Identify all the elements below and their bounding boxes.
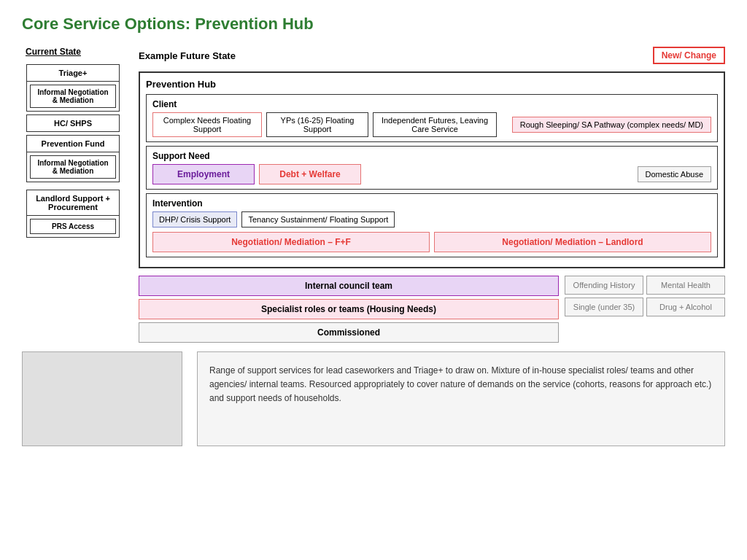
page-title: Core Service Options: Prevention Hub bbox=[22, 15, 725, 34]
new-change-badge: New/ Change bbox=[653, 47, 725, 64]
internal-council-box: Internal council team bbox=[139, 276, 559, 296]
landlord-inner: PRS Access bbox=[27, 216, 119, 237]
prevention-fund-group: Prevention Fund Informal Negotiation & M… bbox=[26, 135, 120, 182]
intervention-section: Intervention DHP/ Crisis Support Tenancy… bbox=[146, 193, 718, 257]
very-bottom-row: Range of support services for lead casew… bbox=[22, 351, 725, 446]
triage-group: Triage+ Informal Negotiation & Mediation bbox=[26, 64, 120, 112]
dhp-crisis-box: DHP/ Crisis Support bbox=[152, 211, 237, 228]
prevention-hub-box: Prevention Hub Client Complex Needs Floa… bbox=[139, 71, 725, 268]
complex-needs-box: Complex Needs Floating Support bbox=[152, 112, 262, 137]
gray-placeholder-box bbox=[22, 351, 182, 446]
rough-sleeping-box: Rough Sleeping/ SA Pathway (complex need… bbox=[512, 117, 711, 133]
neg-ff-box: Negotiation/ Mediation – F+F bbox=[152, 232, 430, 252]
domestic-abuse-box: Domestic Abuse bbox=[638, 166, 711, 182]
yps-box: YPs (16-25) Floating Support bbox=[266, 112, 368, 137]
client-section: Client Complex Needs Floating Support YP… bbox=[146, 94, 718, 142]
support-need-row: Employment Debt + Welfare Domestic Abuse bbox=[152, 164, 711, 184]
specialist-roles-box: Specialist roles or teams (Housing Needs… bbox=[139, 299, 559, 319]
informal-neg-2: Informal Negotiation & Mediation bbox=[30, 155, 116, 179]
landlord-group: Landlord Support + Procurement PRS Acces… bbox=[26, 190, 120, 238]
informal-neg-1: Informal Negotiation & Mediation bbox=[30, 85, 116, 108]
client-row: Complex Needs Floating Support YPs (16-2… bbox=[152, 112, 711, 137]
triage-header: Triage+ bbox=[27, 65, 119, 82]
right-column: Example Future State New/ Change Prevent… bbox=[139, 47, 725, 343]
employment-box: Employment bbox=[152, 164, 255, 184]
prs-access-box: PRS Access bbox=[30, 219, 116, 234]
support-need-section: Support Need Employment Debt + Welfare D… bbox=[146, 146, 718, 190]
neg-landlord-box: Negotiation/ Mediation – Landlord bbox=[434, 232, 711, 252]
hc-shps-box: HC/ SHPS bbox=[26, 114, 120, 132]
mental-health-box: Mental Health bbox=[646, 276, 725, 295]
support-need-label: Support Need bbox=[152, 151, 711, 161]
offending-history-box: Offending History bbox=[565, 276, 643, 295]
current-state-label: Current State bbox=[26, 47, 81, 57]
current-state-column: Current State Triage+ Informal Negotiati… bbox=[22, 47, 124, 241]
prevention-fund-inner: Informal Negotiation & Mediation bbox=[27, 152, 119, 182]
br-row-2: Single (under 35) Drug + Alcohol bbox=[565, 298, 725, 316]
commissioned-box: Commissioned bbox=[139, 322, 559, 343]
future-state-header: Example Future State New/ Change bbox=[139, 47, 725, 64]
debt-welfare-box: Debt + Welfare bbox=[259, 164, 361, 184]
bottom-left: Internal council team Specialist roles o… bbox=[139, 276, 559, 343]
bottom-right: Offending History Mental Health Single (… bbox=[565, 276, 725, 343]
triage-inner: Informal Negotiation & Mediation bbox=[27, 82, 119, 111]
client-label: Client bbox=[152, 99, 711, 109]
drug-alcohol-box: Drug + Alcohol bbox=[646, 298, 725, 316]
landlord-support-header: Landlord Support + Procurement bbox=[27, 190, 119, 216]
intervention-row-1: DHP/ Crisis Support Tenancy Sustainment/… bbox=[152, 211, 711, 228]
tenancy-sustainment-box: Tenancy Sustainment/ Floating Support bbox=[241, 211, 395, 228]
single-under35-box: Single (under 35) bbox=[565, 298, 643, 316]
description-box: Range of support services for lead casew… bbox=[197, 351, 725, 446]
intervention-row-2: Negotiation/ Mediation – F+F Negotiation… bbox=[152, 232, 711, 252]
intervention-label: Intervention bbox=[152, 198, 711, 209]
prevention-fund-header: Prevention Fund bbox=[27, 136, 119, 152]
bottom-section: Internal council team Specialist roles o… bbox=[139, 276, 725, 343]
br-row-1: Offending History Mental Health bbox=[565, 276, 725, 295]
prevention-hub-title: Prevention Hub bbox=[146, 79, 718, 90]
independent-futures-box: Independent Futures, Leaving Care Servic… bbox=[373, 112, 497, 137]
future-state-label: Example Future State bbox=[139, 50, 236, 61]
